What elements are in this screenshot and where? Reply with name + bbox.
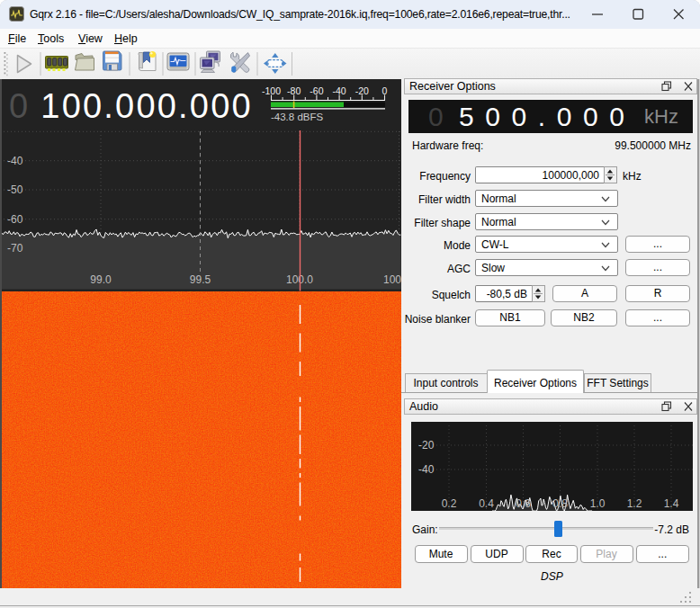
- svg-text:-40: -40: [418, 463, 435, 476]
- svg-text:-60: -60: [7, 213, 23, 226]
- svg-text:0.8: 0.8: [552, 497, 568, 510]
- svg-text:0.2: 0.2: [442, 497, 457, 510]
- svg-text:0.6: 0.6: [516, 497, 531, 510]
- svg-text:100: 100: [383, 273, 401, 286]
- svg-text:0.4: 0.4: [479, 497, 494, 510]
- svg-text:1.2: 1.2: [627, 497, 642, 510]
- svg-text:99.5: 99.5: [190, 273, 211, 286]
- svg-text:-40: -40: [7, 155, 23, 167]
- svg-text:-20: -20: [418, 439, 435, 452]
- svg-text:1.0: 1.0: [590, 497, 606, 510]
- svg-text:-50: -50: [7, 183, 23, 196]
- svg-text:-70: -70: [7, 242, 23, 255]
- svg-text:99.0: 99.0: [90, 273, 112, 286]
- svg-text:1.4: 1.4: [664, 497, 679, 510]
